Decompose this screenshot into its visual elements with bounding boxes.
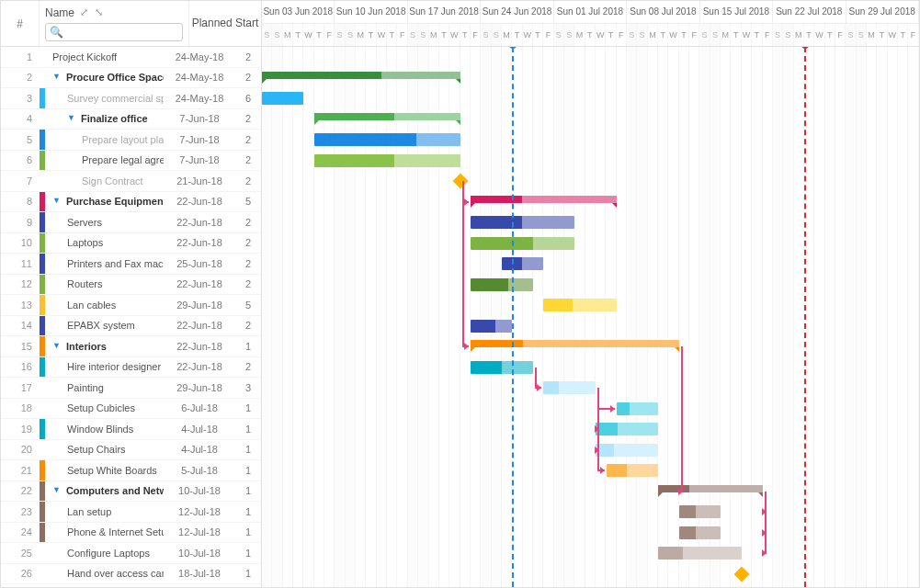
task-row[interactable]: 5Prepare layout plan7-Jun-182 <box>1 130 261 151</box>
duration-cell[interactable]: 1 <box>235 485 261 496</box>
duration-cell[interactable]: 5 <box>235 196 261 207</box>
task-name[interactable]: Phone & Internet Setup <box>45 526 164 537</box>
task-row[interactable]: 18Setup Cubicles6-Jul-181 <box>1 399 261 420</box>
task-bar[interactable] <box>543 381 596 394</box>
planned-start-cell[interactable]: 12-Jul-18 <box>164 506 235 517</box>
planned-start-cell[interactable]: 22-Jun-18 <box>164 361 235 372</box>
task-name[interactable]: ▼Procure Office Space <box>45 72 164 83</box>
planned-start-cell[interactable]: 22-Jun-18 <box>164 278 235 289</box>
planned-start-cell[interactable]: 21-Jun-18 <box>164 175 235 187</box>
gantt-body[interactable] <box>262 47 919 587</box>
task-name[interactable]: Setup White Boards <box>45 465 164 476</box>
task-row[interactable]: 22▼Computers and Networking10-Jul-181 <box>1 481 261 503</box>
task-name[interactable]: Setup Cubicles <box>45 402 164 413</box>
task-bar[interactable] <box>314 133 460 146</box>
task-row[interactable]: 25Configure Laptops10-Jul-181 <box>1 543 261 564</box>
task-row[interactable]: 21Setup White Boards5-Jul-181 <box>1 460 261 481</box>
planned-start-cell[interactable]: 25-Jun-18 <box>164 258 235 269</box>
task-bar[interactable] <box>596 444 658 457</box>
task-bar[interactable] <box>596 423 658 435</box>
task-row[interactable]: 6Prepare legal agree...7-Jun-182 <box>1 151 261 172</box>
task-name[interactable]: Sign Contract <box>45 175 164 187</box>
task-name[interactable]: Prepare legal agree... <box>45 154 164 165</box>
task-row[interactable]: 26Hand over access cards to t...18-Jul-1… <box>1 564 261 585</box>
task-row[interactable]: 3Survey commercial spa..24-May-186 <box>1 88 261 109</box>
planned-start-cell[interactable]: 24-May-18 <box>164 72 235 83</box>
duration-cell[interactable]: 1 <box>235 568 261 579</box>
col-header-planned-start[interactable]: Planned Start <box>189 1 261 46</box>
task-name[interactable]: Printers and Fax machi... <box>45 258 164 269</box>
task-row[interactable]: 20Setup Chairs4-Jul-181 <box>1 440 261 461</box>
task-bar[interactable] <box>471 320 512 333</box>
expand-collapse-icon[interactable]: ⤢ ⤡ <box>80 6 105 18</box>
chevron-down-icon[interactable]: ▼ <box>52 72 61 81</box>
task-bar[interactable] <box>471 216 574 229</box>
task-bar[interactable] <box>543 299 616 311</box>
task-name[interactable]: Project Kickoff <box>45 51 164 62</box>
planned-start-cell[interactable]: 18-Jul-18 <box>164 568 235 579</box>
duration-cell[interactable]: 1 <box>235 506 261 517</box>
summary-bar[interactable] <box>314 113 460 120</box>
task-bar[interactable] <box>679 526 721 539</box>
chevron-down-icon[interactable]: ▼ <box>52 485 61 494</box>
duration-cell[interactable]: 2 <box>235 361 261 372</box>
task-row[interactable]: 9Servers22-Jun-182 <box>1 212 261 233</box>
task-name[interactable]: Laptops <box>45 237 164 248</box>
planned-start-cell[interactable]: 4-Jul-18 <box>164 444 235 455</box>
task-bar[interactable] <box>617 402 658 415</box>
task-name[interactable]: Routers <box>45 278 164 289</box>
duration-cell[interactable]: 1 <box>235 341 261 352</box>
planned-start-cell[interactable]: 29-Jun-18 <box>164 382 235 393</box>
task-row[interactable]: 14EPABX system22-Jun-182 <box>1 316 261 337</box>
planned-start-cell[interactable]: 6-Jul-18 <box>164 402 235 413</box>
duration-cell[interactable]: 5 <box>235 300 261 311</box>
task-name[interactable]: Servers <box>45 217 164 228</box>
task-row[interactable]: 4▼Finalize office7-Jun-182 <box>1 109 261 130</box>
col-header-name[interactable]: Name ⤢ ⤡ 🔍 <box>40 1 189 46</box>
task-bar[interactable] <box>658 547 742 560</box>
task-bar[interactable] <box>502 257 543 270</box>
planned-start-cell[interactable]: 7-Jun-18 <box>164 113 235 124</box>
task-row[interactable]: 15▼Interiors22-Jun-181 <box>1 336 261 357</box>
task-row[interactable]: 17Painting29-Jun-183 <box>1 378 261 399</box>
duration-cell[interactable]: 6 <box>235 93 261 104</box>
task-row[interactable]: 7Sign Contract21-Jun-182 <box>1 171 261 192</box>
task-name[interactable]: ▼Purchase Equipments <box>45 196 164 207</box>
duration-cell[interactable]: 1 <box>235 526 261 537</box>
task-name[interactable]: Lan setup <box>45 506 164 517</box>
planned-start-cell[interactable]: 24-May-18 <box>164 93 235 104</box>
planned-start-cell[interactable]: 22-Jun-18 <box>164 320 235 331</box>
duration-cell[interactable]: 2 <box>235 175 261 187</box>
summary-bar[interactable] <box>658 485 762 492</box>
task-bar[interactable] <box>262 92 303 105</box>
task-name[interactable]: Survey commercial spa.. <box>45 93 164 104</box>
task-bar[interactable] <box>607 464 659 477</box>
chevron-down-icon[interactable]: ▼ <box>67 113 75 122</box>
duration-cell[interactable]: 2 <box>235 278 261 289</box>
task-name[interactable]: Prepare layout plan <box>45 134 164 145</box>
task-row[interactable]: 8▼Purchase Equipments22-Jun-185 <box>1 192 261 213</box>
summary-bar[interactable] <box>471 340 679 347</box>
planned-start-cell[interactable]: 24-May-18 <box>164 51 235 62</box>
task-row[interactable]: 11Printers and Fax machi...25-Jun-182 <box>1 254 261 275</box>
task-bar[interactable] <box>679 505 721 518</box>
task-row[interactable]: 12Routers22-Jun-182 <box>1 275 261 296</box>
task-row[interactable]: 13Lan cables29-Jun-185 <box>1 295 261 316</box>
task-name[interactable]: ▼Interiors <box>45 341 164 352</box>
duration-cell[interactable]: 2 <box>235 113 261 124</box>
task-name[interactable]: Painting <box>45 382 164 393</box>
planned-start-cell[interactable]: 7-Jun-18 <box>164 154 235 165</box>
gantt-chart[interactable]: Sun 03 Jun 2018Sun 10 Jun 2018Sun 17 Jun… <box>262 1 919 587</box>
duration-cell[interactable]: 2 <box>235 154 261 165</box>
planned-start-cell[interactable]: 5-Jul-18 <box>164 465 235 476</box>
task-bar[interactable] <box>471 278 533 291</box>
task-bar[interactable] <box>314 154 460 167</box>
task-name[interactable]: ▼Finalize office <box>45 113 164 124</box>
duration-cell[interactable]: 2 <box>235 217 261 228</box>
planned-start-cell[interactable]: 4-Jul-18 <box>164 424 235 435</box>
chevron-down-icon[interactable]: ▼ <box>52 196 61 205</box>
milestone-icon[interactable] <box>734 566 750 582</box>
duration-cell[interactable]: 1 <box>235 444 261 455</box>
task-name[interactable]: Hire interior designer <box>45 361 164 372</box>
task-name[interactable]: Hand over access cards to t... <box>45 568 164 579</box>
